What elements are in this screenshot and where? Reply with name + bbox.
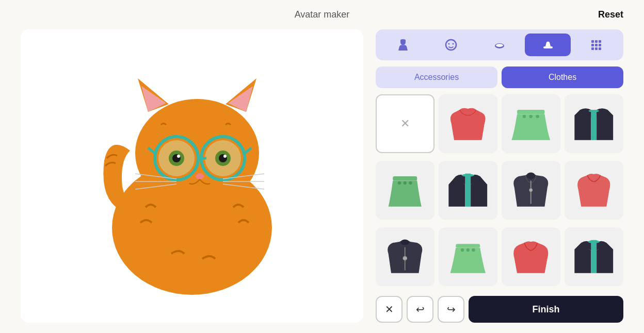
reset-button[interactable]: Reset [598, 9, 623, 20]
svg-rect-41 [517, 110, 544, 114]
svg-point-15 [177, 155, 180, 158]
mouth-tab-icon[interactable] [476, 34, 523, 56]
svg-point-60 [461, 248, 464, 252]
face-tab-icon[interactable] [428, 34, 475, 56]
svg-point-61 [466, 248, 470, 252]
svg-point-49 [404, 181, 407, 185]
clothes-tab[interactable]: Clothes [502, 66, 623, 88]
clothes-item-7[interactable] [565, 161, 623, 220]
svg-rect-31 [543, 46, 553, 48]
grid-tab-icon[interactable] [573, 34, 619, 56]
svg-rect-34 [599, 40, 601, 43]
svg-rect-45 [591, 110, 597, 140]
undo-button[interactable]: ↩ [407, 296, 433, 323]
clothes-item-3[interactable] [565, 94, 623, 153]
clothes-item-4[interactable] [376, 161, 434, 220]
svg-rect-39 [595, 47, 598, 50]
finish-button[interactable]: Finish [469, 296, 623, 323]
accessories-tab[interactable]: Accessories [376, 66, 497, 88]
svg-point-44 [536, 115, 539, 118]
svg-point-18 [223, 155, 227, 158]
clothes-item-6[interactable] [502, 161, 560, 220]
svg-rect-38 [591, 47, 594, 50]
clothes-item-5[interactable] [439, 161, 497, 220]
main-content: Accessories Clothes ✕ [0, 29, 644, 333]
svg-point-50 [409, 181, 412, 185]
svg-point-19 [196, 173, 204, 179]
svg-rect-51 [465, 174, 471, 207]
clothes-item-8[interactable] [376, 227, 434, 286]
svg-point-43 [529, 115, 533, 118]
clothes-item-9[interactable] [439, 227, 497, 286]
app-title: Avatar maker [295, 9, 350, 20]
body-tab-icon[interactable] [380, 34, 426, 56]
cat-avatar [94, 58, 290, 295]
header: Avatar maker Reset [0, 0, 644, 29]
svg-point-30 [496, 44, 503, 47]
svg-point-55 [400, 240, 409, 245]
none-icon: ✕ [400, 117, 410, 130]
svg-rect-35 [591, 44, 594, 46]
svg-point-52 [526, 173, 535, 179]
clothes-item-2[interactable] [502, 94, 560, 153]
avatar-canvas [21, 29, 363, 323]
svg-rect-47 [393, 176, 417, 181]
bottom-controls: ✕ ↩ ↪ Finish [376, 296, 623, 323]
icon-tabs-bar [376, 29, 623, 60]
svg-point-54 [529, 189, 533, 192]
svg-point-28 [453, 43, 454, 45]
no-clothes-option[interactable]: ✕ [376, 94, 434, 153]
category-tabs: Accessories Clothes [376, 66, 623, 88]
svg-rect-59 [456, 244, 480, 247]
clothes-grid: ✕ [376, 94, 623, 290]
clothes-item-10[interactable] [502, 227, 560, 286]
svg-point-42 [523, 115, 526, 118]
svg-point-27 [448, 43, 450, 45]
svg-point-48 [398, 181, 401, 185]
svg-rect-63 [591, 240, 597, 273]
svg-rect-36 [595, 44, 598, 46]
svg-rect-32 [591, 40, 594, 43]
svg-rect-58 [404, 257, 407, 259]
redo-button[interactable]: ↪ [438, 296, 464, 323]
clothes-item-11[interactable] [565, 227, 623, 286]
clothes-item-1[interactable] [439, 94, 497, 153]
randomize-button[interactable]: ✕ [376, 296, 403, 323]
svg-rect-37 [599, 44, 601, 46]
right-panel: Accessories Clothes ✕ [376, 29, 623, 323]
svg-point-62 [472, 248, 475, 252]
svg-rect-33 [595, 40, 598, 43]
svg-rect-40 [599, 47, 601, 50]
hat-tab-icon[interactable] [525, 34, 571, 56]
svg-point-26 [446, 40, 456, 50]
